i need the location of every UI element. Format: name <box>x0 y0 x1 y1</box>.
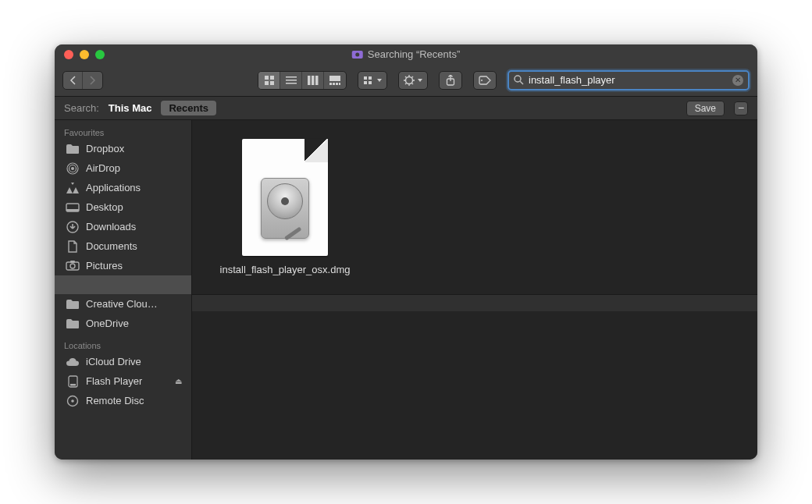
svg-point-32 <box>70 264 75 268</box>
scope-recents[interactable]: Recents <box>161 101 216 115</box>
favourite-item[interactable]: Downloads <box>55 217 191 236</box>
scope-bar: Search: This Mac Recents Save − <box>55 97 757 120</box>
window-title-text: Searching “Recents” <box>368 48 461 60</box>
folder-icon <box>66 299 80 310</box>
location-item[interactable]: Remote Disc <box>55 391 191 410</box>
favourite-item[interactable]: Desktop <box>55 197 191 217</box>
desktop-icon <box>66 202 80 213</box>
svg-rect-18 <box>369 81 372 84</box>
downloads-icon <box>66 222 80 232</box>
search-icon <box>514 75 524 85</box>
svg-rect-12 <box>333 83 335 85</box>
icloud-icon <box>66 357 80 367</box>
sidebar-item-label: AirDrop <box>86 162 120 174</box>
apps-icon <box>66 183 80 193</box>
favourite-item[interactable]: Dropbox <box>55 139 191 158</box>
window-body: Favourites DropboxAirDropApplicationsDes… <box>55 120 757 460</box>
location-item[interactable]: iCloud Drive <box>55 352 191 371</box>
svg-rect-28 <box>66 209 79 211</box>
svg-rect-34 <box>70 384 76 386</box>
sidebar-item-label: Creative Clou… <box>86 298 158 310</box>
svg-point-36 <box>71 399 74 403</box>
chevron-down-icon <box>418 79 422 82</box>
svg-rect-13 <box>336 83 338 85</box>
tags-button[interactable] <box>473 71 497 90</box>
action-menu-button[interactable] <box>398 71 428 90</box>
optical-icon <box>66 396 80 406</box>
chevron-down-icon <box>377 79 382 82</box>
sidebar-item-label: Applications <box>86 182 141 193</box>
sidebar-item-label: Dropbox <box>86 143 124 154</box>
sidebar-item-label: Downloads <box>86 221 136 232</box>
sidebar-item-label: Pictures <box>86 260 123 272</box>
dmg-file-icon <box>242 139 328 256</box>
svg-rect-17 <box>364 81 367 84</box>
file-item[interactable]: install_flash_player_osx.dmg <box>211 139 359 275</box>
sidebar-item-label: Remote Disc <box>86 395 144 406</box>
svg-rect-2 <box>265 81 269 85</box>
documents-icon <box>66 241 80 252</box>
camera-icon <box>352 51 363 59</box>
sidebar-item-label: iCloud Drive <box>86 356 141 367</box>
svg-rect-31 <box>70 261 75 263</box>
finder-window: Searching “Recents” <box>55 44 757 460</box>
back-button[interactable] <box>63 72 83 89</box>
svg-rect-16 <box>369 76 372 80</box>
svg-rect-9 <box>315 76 319 85</box>
svg-point-19 <box>406 76 413 83</box>
folder-icon <box>66 318 80 329</box>
save-search-button[interactable]: Save <box>686 101 725 116</box>
share-button[interactable] <box>439 71 462 90</box>
sidebar-item-label: Documents <box>86 240 137 252</box>
svg-point-21 <box>481 80 483 81</box>
sidebar-item-label: Flash Player <box>86 375 142 387</box>
svg-rect-11 <box>329 83 332 85</box>
minimize-window-button[interactable] <box>80 50 89 59</box>
airdrop-icon <box>66 163 80 174</box>
favourite-item[interactable]: AirDrop <box>55 158 191 178</box>
svg-rect-10 <box>329 76 340 81</box>
svg-point-24 <box>71 167 74 170</box>
favourite-item[interactable]: Creative Clou… <box>55 294 191 314</box>
svg-rect-15 <box>364 76 367 80</box>
close-window-button[interactable] <box>64 50 73 59</box>
favourite-item[interactable]: Pictures <box>55 256 191 275</box>
path-bar <box>192 294 757 311</box>
favourite-item[interactable]: Documents <box>55 236 191 256</box>
column-view-button[interactable] <box>302 72 324 89</box>
favourite-item[interactable] <box>55 275 191 294</box>
scope-this-mac[interactable]: This Mac <box>109 102 152 114</box>
view-mode-buttons <box>258 71 347 90</box>
group-by-button[interactable] <box>358 71 387 90</box>
traffic-lights <box>55 50 105 59</box>
favourite-item[interactable]: OneDrive <box>55 314 191 333</box>
folder-icon <box>66 144 80 154</box>
clear-search-button[interactable]: ✕ <box>732 75 743 86</box>
titlebar: Searching “Recents” <box>55 44 757 64</box>
eject-icon[interactable]: ⏏ <box>175 377 182 385</box>
svg-rect-4 <box>286 76 297 78</box>
content-area[interactable]: install_flash_player_osx.dmg <box>192 120 757 460</box>
svg-rect-6 <box>286 83 297 84</box>
scope-label: Search: <box>64 102 99 114</box>
icon-view-button[interactable] <box>258 72 280 89</box>
gallery-view-button[interactable] <box>324 72 346 89</box>
forward-button[interactable] <box>83 72 102 89</box>
svg-rect-3 <box>270 81 274 85</box>
fullscreen-window-button[interactable] <box>95 50 105 59</box>
search-input[interactable] <box>529 74 728 86</box>
svg-rect-7 <box>308 76 311 85</box>
list-view-button[interactable] <box>280 72 302 89</box>
favourite-item[interactable]: Applications <box>55 178 191 197</box>
blank-icon <box>66 279 80 290</box>
svg-rect-5 <box>286 80 297 81</box>
svg-rect-1 <box>270 76 274 80</box>
remove-criteria-button[interactable]: − <box>734 101 748 115</box>
results-grid: install_flash_player_osx.dmg <box>192 120 757 294</box>
toolbar: ✕ <box>55 64 757 97</box>
search-field[interactable]: ✕ <box>508 70 750 91</box>
location-item[interactable]: Flash Player⏏ <box>55 371 191 391</box>
file-label: install_flash_player_osx.dmg <box>220 264 351 275</box>
sidebar-heading-favourites: Favourites <box>55 125 191 139</box>
sidebar[interactable]: Favourites DropboxAirDropApplicationsDes… <box>55 120 192 460</box>
